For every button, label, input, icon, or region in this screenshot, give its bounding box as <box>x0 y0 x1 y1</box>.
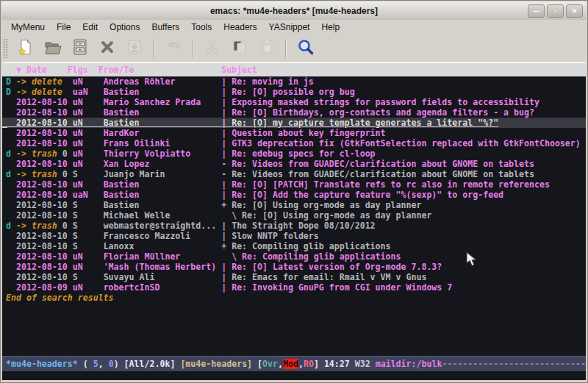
row-segment <box>6 282 16 293</box>
row-segment: | Exposing masked strings for password f… <box>221 97 539 107</box>
toolbar-button-save-as <box>123 37 146 60</box>
row-segment: uaN <box>73 190 104 200</box>
row-segment: | GTK3 deprecation fix (GtkFontSelection… <box>221 138 581 148</box>
toolbar-button-search[interactable] <box>294 37 317 60</box>
row-segment: S <box>73 200 104 210</box>
toolbar-button-close[interactable] <box>96 37 118 60</box>
row-segment: uN <box>73 251 104 262</box>
headers-column-line[interactable]: ▼ Date Flgs From/To Subject <box>2 63 586 76</box>
menu-item-edit[interactable]: Edit <box>76 21 104 34</box>
message-row[interactable]: 2012-08-09 uN robertcInSD | Re: Invoking… <box>2 282 586 293</box>
toolbar-drag-handle[interactable] <box>3 38 8 59</box>
row-segment: Andreas Röhler <box>104 76 222 87</box>
menu-item-options[interactable]: Options <box>104 21 146 34</box>
menu-item-tools[interactable]: Tools <box>185 21 218 34</box>
row-segment: Bastien <box>104 107 222 118</box>
message-row[interactable]: 2012-08-10 uN Mario Sanchez Prada | Expo… <box>2 97 586 107</box>
row-segment <box>6 128 16 138</box>
message-row[interactable]: 2012-08-10 uN Xan Lopez - Re: Videos fro… <box>2 159 586 169</box>
message-row[interactable]: 2012-08-10 S Bastien + Re: [O] Using org… <box>2 200 586 210</box>
row-segment: S <box>73 169 104 179</box>
row-segment: uN <box>73 107 104 118</box>
menu-item-mymenu[interactable]: MyMenu <box>5 21 51 34</box>
modeline-separator: , <box>98 359 109 369</box>
row-segment: - Re: Videos from GUADEC/clarification a… <box>221 169 534 179</box>
modeline-maildir: maildir:/bulk <box>376 359 442 369</box>
mode-line: *mu4e-headers* ( 5, 0) [All/2.0k] [mu4e-… <box>2 356 586 371</box>
row-segment: | Re: edebug specs for cl-loop <box>221 148 375 159</box>
menu-item-help[interactable]: Help <box>315 21 345 34</box>
row-segment: 0 <box>62 221 73 231</box>
row-segment: 2012-08-10 <box>16 159 73 169</box>
toolbar-button-cut <box>201 37 223 60</box>
message-row[interactable]: 2012-08-10 uN 'Mash (Thomas Herbert) | R… <box>2 262 586 272</box>
message-row[interactable]: 2012-08-10 S Francesco Mazzoli | Slow NN… <box>2 231 586 241</box>
row-segment: d <box>6 221 16 231</box>
toolbar-buttons <box>12 37 319 60</box>
menu-item-buffers[interactable]: Buffers <box>146 21 185 34</box>
modeline-major-mode: [mu4e-headers] <box>180 359 257 369</box>
row-segment: Xan Lopez <box>104 159 222 169</box>
modeline-separator: [ <box>257 359 262 369</box>
close-button[interactable]: ✕ <box>566 4 583 18</box>
message-row[interactable]: 2012-08-10 S Lanoxx + Re: Compiling glib… <box>2 241 586 251</box>
row-segment: 2012-08-10 <box>16 251 73 262</box>
row-segment: -> delete <box>16 76 73 87</box>
message-row[interactable]: d -> trash 0 S Juanjo Marin - Re: Videos… <box>2 169 586 179</box>
message-list: D -> delete uN Andreas Röhler | Re: movi… <box>2 76 586 293</box>
message-row[interactable]: 2012-08-10 uN Frans Oilinki | GTK3 depre… <box>2 138 586 148</box>
row-segment: 2012-08-10 <box>16 262 73 272</box>
row-segment <box>6 251 16 262</box>
message-row-current[interactable]: 2012-08-10 uN Bastien | Re: [O] my captu… <box>2 118 586 128</box>
row-segment: 2012-08-10 <box>16 107 73 118</box>
message-row[interactable]: d -> trash 0 uN Thierry Volpiatto | Re: … <box>2 148 586 159</box>
message-row[interactable]: d -> trash 0 S webmaster@straightd... | … <box>2 221 586 231</box>
row-segment <box>6 159 16 169</box>
menu-item-file[interactable]: File <box>51 21 76 34</box>
row-segment <box>6 200 16 210</box>
message-row[interactable]: 2012-08-10 uN Bastien | Re: [O] [PATCH] … <box>2 179 586 190</box>
row-segment <box>6 179 16 190</box>
mouse-cursor <box>466 251 477 267</box>
echo-area[interactable] <box>2 371 586 380</box>
maximize-button[interactable]: ▫ <box>547 4 564 18</box>
message-row[interactable]: 2012-08-10 uN Bastien | Re: [O] Birthday… <box>2 107 586 118</box>
row-segment: Bastien <box>104 87 222 97</box>
message-row[interactable]: 2012-08-10 uN HardKor | Question about k… <box>2 128 586 138</box>
row-segment: | Re: Invoking GnuPG from CGI under Wind… <box>221 282 452 293</box>
copy-icon <box>232 39 248 58</box>
message-row[interactable]: 2012-08-10 uaN Bastien | Re: [O] Add the… <box>2 190 586 200</box>
row-segment: uN <box>73 97 104 107</box>
paste-icon <box>259 39 275 58</box>
row-segment: d <box>6 169 16 179</box>
minimize-button[interactable]: — <box>528 4 545 18</box>
row-segment: uN <box>73 118 104 128</box>
message-row[interactable]: D -> delete uN Andreas Röhler | Re: movi… <box>2 76 586 87</box>
modeline-modified-indicator: Mod <box>283 359 298 369</box>
message-row[interactable]: 2012-08-10 S Michael Welle \ Re: [O] Usi… <box>2 210 586 221</box>
search-icon <box>297 38 315 59</box>
toolbar-button-open-file[interactable] <box>41 37 64 60</box>
row-segment <box>6 241 16 251</box>
row-segment: robertcInSD <box>104 282 222 293</box>
open-file-icon <box>44 39 62 58</box>
row-segment: Bastien <box>104 118 222 128</box>
toolbar-separator <box>285 39 287 58</box>
row-segment: - Re: Videos from GUADEC/clarification a… <box>221 159 534 169</box>
message-row[interactable]: 2012-08-10 S Suvayu Ali | Re: Emacs for … <box>2 272 586 282</box>
message-row[interactable]: 2012-08-10 uN Florian Müllner \ Re: Comp… <box>2 251 586 262</box>
toolbar-button-new-file[interactable] <box>14 37 37 60</box>
row-segment: | The Straight Dope 08/10/2012 <box>221 221 375 231</box>
title-bar[interactable]: emacs: *mu4e-headers* [mu4e-headers] —▫✕ <box>1 1 587 20</box>
row-segment: uN <box>73 159 104 169</box>
modeline-separator: , <box>278 359 283 369</box>
row-segment: | Re: [O] [PATCH] Translate refs to rc a… <box>221 179 550 190</box>
message-row[interactable]: D -> delete uaN Bastien | Re: [O] possib… <box>2 87 586 97</box>
row-segment: \ Re: Compiling glib applications <box>221 251 401 262</box>
menu-item-yasnippet[interactable]: YASnippet <box>263 21 316 34</box>
row-segment: -> trash <box>16 169 62 179</box>
menu-item-headers[interactable]: Headers <box>218 21 262 34</box>
modeline-separator: ( <box>78 359 93 369</box>
modeline-filler: ----------------------------------------… <box>442 359 586 369</box>
toolbar-button-save[interactable] <box>68 37 91 60</box>
